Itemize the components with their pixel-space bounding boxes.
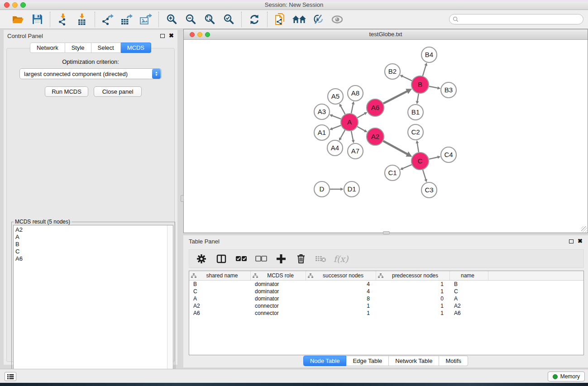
result-item[interactable]: A xyxy=(15,234,165,241)
table-row[interactable]: Cdominator41C xyxy=(189,288,583,295)
result-item[interactable]: B xyxy=(15,241,165,248)
edge-A2-C[interactable] xyxy=(383,141,408,155)
save-session-icon[interactable] xyxy=(29,12,45,27)
run-mcds-button[interactable]: Run MCDS xyxy=(45,86,88,97)
node-A[interactable]: A xyxy=(341,114,358,131)
cell[interactable]: 8 xyxy=(306,295,376,302)
cell[interactable]: dominator xyxy=(251,295,306,302)
edge-A-A3[interactable] xyxy=(332,115,341,119)
cell[interactable]: 1 xyxy=(376,281,450,287)
node-A6[interactable]: A6 xyxy=(367,99,384,116)
cell[interactable]: 1 xyxy=(306,303,376,309)
close-window-button[interactable] xyxy=(4,2,10,8)
column-header-shared-name[interactable]: shared name xyxy=(189,271,251,280)
cell[interactable]: connector xyxy=(251,310,306,316)
memory-button[interactable]: Memory xyxy=(548,372,585,381)
node-C4[interactable]: C4 xyxy=(441,147,456,162)
node-A1[interactable]: A1 xyxy=(314,125,330,140)
result-item[interactable]: A6 xyxy=(15,255,165,262)
network-window-titlebar[interactable]: testGlobe.txt xyxy=(184,29,588,40)
export-table-icon[interactable] xyxy=(119,12,134,27)
search-input[interactable] xyxy=(459,15,583,24)
node-B2[interactable]: B2 xyxy=(385,64,400,79)
cell[interactable]: B xyxy=(450,281,488,287)
edge-B-B4[interactable] xyxy=(423,65,426,76)
zoom-selected-icon[interactable] xyxy=(221,12,236,27)
node-C1[interactable]: C1 xyxy=(385,165,400,181)
node-B1[interactable]: B1 xyxy=(408,105,423,120)
node-D[interactable]: D xyxy=(314,181,330,197)
table-row[interactable]: Bdominator41B xyxy=(189,281,583,288)
result-item[interactable]: A2 xyxy=(15,226,165,234)
import-network-icon[interactable] xyxy=(55,12,71,27)
network-from-selection-icon[interactable] xyxy=(272,12,288,27)
tab-network-table[interactable]: Network Table xyxy=(389,356,439,366)
node-A7[interactable]: A7 xyxy=(348,143,363,159)
column-header-predecessor-nodes[interactable]: predecessor nodes xyxy=(376,271,450,280)
cell[interactable]: A xyxy=(450,295,488,302)
cell[interactable]: C xyxy=(189,288,251,295)
cell[interactable]: A2 xyxy=(450,303,488,309)
tab-edge-table[interactable]: Edge Table xyxy=(346,356,389,366)
edge-A-A8[interactable] xyxy=(351,104,353,114)
node-B3[interactable]: B3 xyxy=(441,82,456,98)
edge-A6-B[interactable] xyxy=(383,91,408,104)
node-A8[interactable]: A8 xyxy=(348,86,363,101)
cell[interactable]: 1 xyxy=(376,310,450,316)
export-network-icon[interactable] xyxy=(100,12,115,27)
zoom-in-icon[interactable] xyxy=(164,12,179,27)
cell[interactable]: 4 xyxy=(306,288,376,295)
column-header-MCDS-role[interactable]: MCDS role xyxy=(251,271,306,280)
import-table-icon[interactable] xyxy=(74,12,90,27)
add-column-icon[interactable] xyxy=(274,252,288,266)
float-panel-icon[interactable] xyxy=(160,34,165,38)
resize-grip-icon[interactable] xyxy=(581,226,587,232)
node-A2[interactable]: A2 xyxy=(367,128,384,145)
cell[interactable]: C xyxy=(450,288,488,295)
node-A5[interactable]: A5 xyxy=(328,89,343,104)
network-graph[interactable]: B4B2BB3A8A5A6A3B1AA1C2A2A4A7C4CC1DD1C3 xyxy=(184,40,588,233)
cell[interactable]: 4 xyxy=(306,281,376,287)
deselect-all-columns-icon[interactable] xyxy=(254,252,268,266)
cell[interactable]: connector xyxy=(251,303,306,309)
tab-style[interactable]: Style xyxy=(65,43,91,53)
close-view-button[interactable] xyxy=(190,32,195,37)
edge-B-B1[interactable] xyxy=(417,94,419,102)
tab-node-table[interactable]: Node Table xyxy=(303,356,347,366)
minimize-view-button[interactable] xyxy=(197,32,202,37)
network-canvas[interactable]: B4B2BB3A8A5A6A3B1AA1C2A2A4A7C4CC1DD1C3 xyxy=(184,40,588,233)
delete-column-icon[interactable] xyxy=(294,252,308,266)
node-C[interactable]: C xyxy=(411,152,429,170)
node-D1[interactable]: D1 xyxy=(344,181,359,197)
result-list-scrollbar[interactable] xyxy=(167,225,173,372)
tab-mcds[interactable]: MCDS xyxy=(121,43,151,53)
column-header-name[interactable]: name xyxy=(450,271,488,280)
table-row[interactable]: A6connector11A6 xyxy=(189,310,583,317)
open-session-icon[interactable] xyxy=(10,12,26,27)
cell[interactable]: dominator xyxy=(251,281,306,287)
close-panel-button[interactable]: Close panel xyxy=(94,86,142,97)
optimization-criterion-select[interactable]: largest connected component (directed) ▲… xyxy=(19,68,162,79)
cell[interactable]: A xyxy=(189,295,251,302)
node-C2[interactable]: C2 xyxy=(408,124,423,140)
show-panels-list-button[interactable] xyxy=(5,372,16,381)
show-graphics-details-icon[interactable] xyxy=(330,12,345,27)
splitpane-grip-horizontal[interactable] xyxy=(383,231,390,234)
edge-A-A1[interactable] xyxy=(332,125,341,129)
minimize-window-button[interactable] xyxy=(12,2,18,8)
cell[interactable]: A6 xyxy=(450,310,488,316)
cell[interactable]: B xyxy=(189,281,251,287)
settings-icon[interactable] xyxy=(195,252,208,266)
result-item[interactable]: C xyxy=(15,248,165,255)
toggle-column-view-icon[interactable] xyxy=(215,252,228,266)
cell[interactable]: dominator xyxy=(251,288,306,295)
zoom-out-icon[interactable] xyxy=(183,12,198,27)
tab-select[interactable]: Select xyxy=(91,43,121,53)
edge-C-C3[interactable] xyxy=(423,170,426,180)
close-table-panel-icon[interactable]: ✖ xyxy=(578,239,583,243)
close-panel-icon[interactable]: ✖ xyxy=(169,33,174,38)
edge-A-A7[interactable] xyxy=(351,131,353,141)
toggle-label-visibility-icon[interactable] xyxy=(311,12,326,27)
edge-A-A2[interactable] xyxy=(357,127,365,131)
node-A3[interactable]: A3 xyxy=(314,104,330,119)
